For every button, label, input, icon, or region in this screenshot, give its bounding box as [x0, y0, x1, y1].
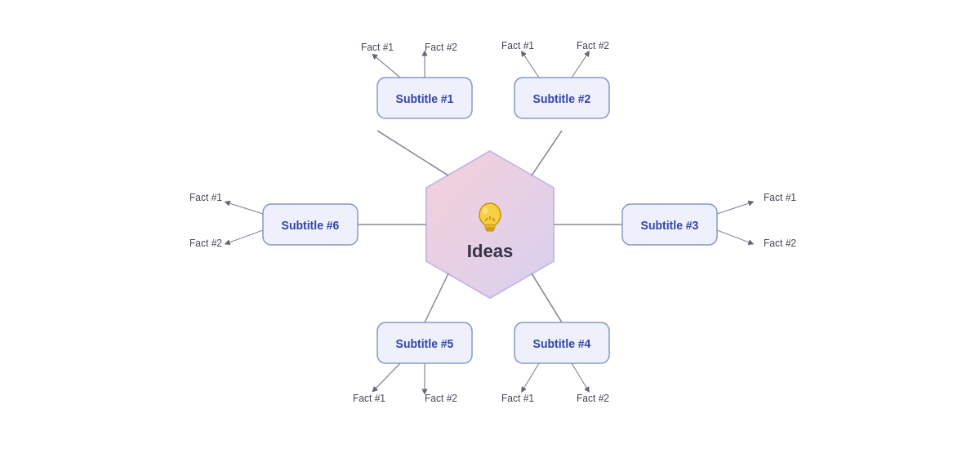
sub5-fact1-label: Fact #1 [353, 393, 385, 404]
line-to-subtitle5 [425, 273, 448, 322]
line-to-subtitle2 [532, 131, 562, 176]
line-to-subtitle4 [532, 273, 562, 322]
sub5-fact2-label: Fact #2 [425, 393, 457, 404]
sub4-fact2-line [572, 363, 588, 390]
sub3-fact2-line [717, 230, 751, 243]
sub2-fact2-label: Fact #2 [577, 40, 609, 51]
sub1-fact2-label: Fact #2 [425, 42, 457, 53]
sub6-fact1-line [227, 202, 263, 214]
subtitle4-label: Subtitle #4 [533, 337, 591, 350]
sub4-fact1-line [523, 363, 539, 390]
sub2-fact2-line [572, 53, 588, 78]
svg-rect-2 [486, 228, 494, 231]
sub6-fact2-line [227, 230, 263, 243]
mind-map-diagram: Subtitle #1 Subtitle #2 Subtitle #3 Subt… [0, 0, 980, 449]
sub6-fact1-label: Fact #1 [189, 192, 222, 203]
subtitle1-label: Subtitle #1 [396, 92, 454, 105]
sub3-fact1-line [717, 202, 751, 214]
sub3-fact2-label: Fact #2 [764, 238, 796, 249]
sub2-fact1-line [523, 53, 539, 78]
sub4-fact1-label: Fact #1 [501, 393, 534, 404]
sub1-fact1-line [374, 56, 400, 78]
subtitle5-label: Subtitle #5 [396, 337, 454, 350]
sub3-fact1-label: Fact #1 [764, 192, 796, 203]
subtitle6-label: Subtitle #6 [282, 219, 340, 232]
sub2-fact1-label: Fact #1 [501, 40, 534, 51]
sub4-fact2-label: Fact #2 [577, 393, 609, 404]
subtitle3-label: Subtitle #3 [641, 219, 699, 232]
center-label: Ideas [467, 241, 513, 261]
svg-point-0 [479, 203, 501, 226]
sub5-fact1-line [374, 363, 400, 390]
sub6-fact2-label: Fact #2 [189, 238, 222, 249]
svg-point-6 [483, 207, 488, 214]
sub1-fact1-label: Fact #1 [361, 42, 394, 53]
line-to-subtitle1 [377, 131, 448, 176]
subtitle2-label: Subtitle #2 [533, 92, 591, 105]
